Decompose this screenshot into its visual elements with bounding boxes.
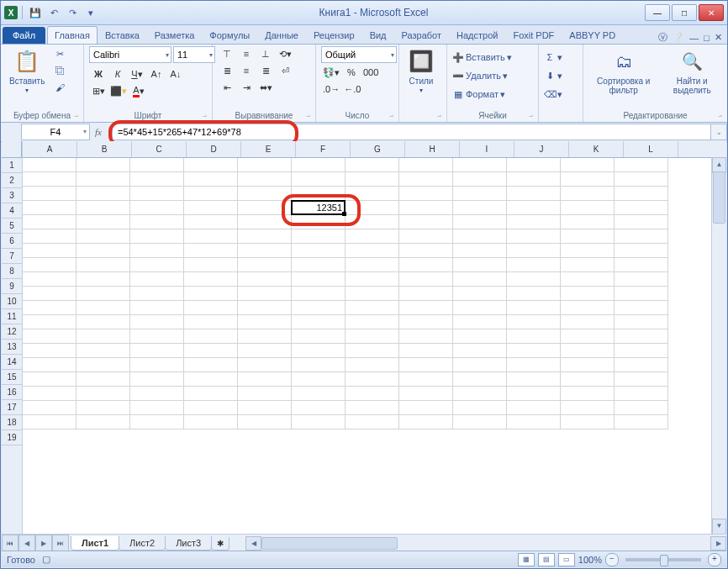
cell-C2[interactable] [130, 172, 184, 187]
cell-I10[interactable] [453, 287, 507, 301]
align-middle[interactable]: ≡ [237, 46, 256, 61]
cell-J10[interactable] [507, 287, 561, 301]
zoom-level[interactable]: 100% [578, 555, 602, 565]
cell-D2[interactable] [184, 172, 238, 187]
row-header-15[interactable]: 15 [2, 370, 22, 385]
cell-E18[interactable] [238, 401, 292, 415]
cell-A9[interactable] [23, 272, 76, 287]
cell-B19[interactable] [76, 415, 130, 429]
cell-D12[interactable] [184, 315, 238, 329]
cell-D15[interactable] [184, 358, 238, 372]
sheet-nav-next[interactable]: ▶ [35, 535, 52, 551]
cell-E8[interactable] [238, 258, 292, 272]
cell-G11[interactable] [346, 301, 399, 315]
grow-font[interactable]: A↑ [147, 66, 166, 82]
cell-F10[interactable] [292, 287, 346, 301]
minimize-button[interactable]: — [645, 4, 670, 21]
sheet-nav-first[interactable]: ⏮ [2, 535, 18, 551]
row-header-11[interactable]: 11 [2, 309, 22, 324]
cell-J7[interactable] [507, 244, 561, 258]
help-icon[interactable]: ❔ [673, 32, 684, 43]
zoom-in[interactable]: + [708, 553, 721, 566]
cell-H12[interactable] [399, 315, 453, 329]
cell-J19[interactable] [507, 415, 561, 429]
cell-D17[interactable] [184, 387, 238, 401]
comma-button[interactable]: 000 [361, 65, 380, 80]
cell-B2[interactable] [76, 172, 130, 187]
cell-K9[interactable] [561, 272, 615, 287]
cell-H6[interactable] [399, 229, 453, 244]
cell-G19[interactable] [346, 415, 399, 429]
cell-L6[interactable] [615, 229, 668, 244]
cell-J3[interactable] [507, 187, 561, 201]
cell-G8[interactable] [346, 258, 399, 272]
cell-E19[interactable] [238, 415, 292, 429]
view-page-layout[interactable]: ▤ [538, 553, 555, 566]
cell-D9[interactable] [184, 272, 238, 287]
zoom-out[interactable]: − [605, 553, 619, 566]
col-header-J[interactable]: J [514, 141, 569, 157]
cell-C1[interactable] [130, 158, 184, 172]
cell-C17[interactable] [130, 387, 184, 401]
cell-J18[interactable] [507, 401, 561, 415]
cell-C14[interactable] [130, 344, 184, 358]
cell-I16[interactable] [453, 372, 507, 387]
name-box[interactable]: F4 [21, 124, 90, 140]
qat-save[interactable]: 💾 [27, 4, 44, 21]
row-header-12[interactable]: 12 [2, 324, 22, 340]
cell-D7[interactable] [184, 244, 238, 258]
cell-C8[interactable] [130, 258, 184, 272]
cell-A1[interactable] [23, 158, 76, 172]
cell-L5[interactable] [615, 215, 668, 229]
tab-abbyy[interactable]: ABBYY PD [562, 26, 623, 44]
cell-H8[interactable] [399, 258, 453, 272]
cell-L15[interactable] [615, 358, 668, 372]
cell-H11[interactable] [399, 301, 453, 315]
shrink-font[interactable]: A↓ [166, 66, 185, 82]
cell-A4[interactable] [23, 201, 76, 215]
decrease-indent[interactable]: ⇤ [218, 80, 236, 95]
doc-close[interactable]: ✕ [715, 32, 722, 43]
cell-C10[interactable] [130, 287, 184, 301]
sheet-tab-2[interactable]: Лист2 [119, 536, 166, 551]
cell-L3[interactable] [615, 187, 668, 201]
cell-K10[interactable] [561, 287, 615, 301]
cell-E1[interactable] [238, 158, 292, 172]
row-header-13[interactable]: 13 [2, 340, 22, 355]
tab-home[interactable]: Главная [47, 26, 98, 44]
cell-E13[interactable] [238, 329, 292, 344]
cell-L10[interactable] [615, 287, 668, 301]
cell-H10[interactable] [399, 287, 453, 301]
tab-insert[interactable]: Вставка [98, 26, 147, 44]
cell-E2[interactable] [238, 172, 292, 187]
cell-K16[interactable] [561, 372, 615, 387]
cell-D19[interactable] [184, 415, 238, 429]
cell-G17[interactable] [346, 387, 399, 401]
cell-E14[interactable] [238, 344, 292, 358]
cell-A13[interactable] [23, 329, 76, 344]
col-header-K[interactable]: K [569, 141, 624, 157]
cell-J14[interactable] [507, 344, 561, 358]
cell-A15[interactable] [23, 358, 76, 372]
cell-F6[interactable] [292, 229, 346, 244]
cell-B3[interactable] [76, 187, 130, 201]
cell-G7[interactable] [346, 244, 399, 258]
cell-E7[interactable] [238, 244, 292, 258]
merge-button[interactable]: ⬌▾ [256, 80, 275, 95]
cell-L19[interactable] [615, 415, 668, 429]
cell-E5[interactable] [238, 215, 292, 229]
close-button[interactable]: ✕ [699, 4, 724, 21]
increase-decimal[interactable]: .0→ [321, 82, 341, 97]
cell-F11[interactable] [292, 301, 346, 315]
cell-F9[interactable] [292, 272, 346, 287]
cell-J13[interactable] [507, 329, 561, 344]
select-all-corner[interactable] [2, 141, 22, 158]
cell-J8[interactable] [507, 258, 561, 272]
cell-B8[interactable] [76, 258, 130, 272]
cell-G15[interactable] [346, 358, 399, 372]
cell-G2[interactable] [346, 172, 399, 187]
column-headers[interactable]: ABCDEFGHIJKL [23, 141, 726, 158]
zoom-slider[interactable] [625, 558, 701, 561]
cell-H4[interactable] [399, 201, 453, 215]
cell-J2[interactable] [507, 172, 561, 187]
